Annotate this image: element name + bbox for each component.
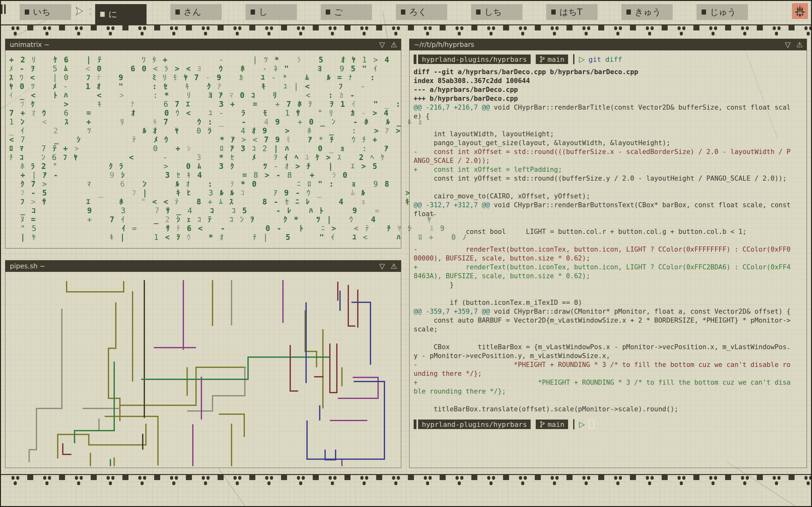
diff-line: const bool LIGHT = button.col.r + button… (414, 227, 791, 236)
matrix-row: |ﾔ ｷ| 1<ｦｳ *ｵ ﾁ| 5 "ｲ ﾕ< ﾊ ﾛ+ 0ﾉ (9, 233, 401, 242)
matrix-row: ﾛﾏ 7ﾃ+> 0 +ｼ ﾛｱ3ｺ2|ﾊ 0_ｮ : ｱ (9, 144, 401, 153)
workspace-label: いち (33, 6, 50, 18)
matrix-row: _ｲ 2 ﾂ ﾙｵ ﾔ 0ﾗ 4ｵ9 > ﾎ _ : >ｱ> (9, 126, 401, 135)
matrix-row: ｸ7> ﾏ 6 ﾝ ﾙｵ : ｦ*0 ﾆﾛ": ｮ 98 (9, 180, 401, 188)
diff-line: - const int xOffset = std::round(((buffe… (414, 147, 791, 165)
separator-band-top (0, 23, 812, 37)
diff-line: @@ -216,7 +216,7 @@ void CHyprBar::rende… (414, 103, 791, 121)
minimize-icon[interactable]: ▽ (785, 41, 791, 49)
matrix-row: +2ﾘ ｹ6 |ﾃ ﾜﾀ+ - |ﾂ* ﾗ 5 ｵﾔ1>4 (9, 55, 401, 64)
tab-bullet-icon (326, 9, 330, 14)
diff-line (414, 183, 791, 192)
matrix-rain: +2ﾘ ｹ6 |ﾃ ﾜﾀ+ - |ﾂ* ﾗ 5 ｵﾔ1>4ﾒ-ｦ 5ﾑ <0 6… (5, 50, 401, 242)
tab-bullet-icon (476, 9, 480, 14)
diff-line: diff --git a/hyprbars/barDeco.cpp b/hypr… (414, 67, 791, 76)
diff-line: + *PHEIGHT + ROUNDING * 3 /* to fill the… (414, 378, 791, 396)
matrix-row: ﾌ>ｻ ｴ ﾎ "<<ﾃ 8+ﾑｽ 8-ｾﾆﾚ 4 ｮ ｷ (9, 198, 401, 206)
prompt-line: hyprland-plugins/hyprbars main (414, 54, 807, 65)
workspace-tab-3[interactable]: さん (170, 4, 222, 20)
edge-ticks (1, 4, 6, 14)
titlebar-pipes[interactable]: pipes.sh ~ ▽ ⚠ (5, 261, 401, 272)
window-unimatrix[interactable]: unimatrix ~ ▽ ⚠ +2ﾘ ｹ6 |ﾃ ﾜﾀ+ - |ﾂ* ﾗ 5 … (5, 39, 401, 248)
workspace-label: に (108, 9, 117, 20)
diff-line: + const int xOffset = leftPadding; (414, 165, 791, 174)
workspace-label: じゅう (710, 6, 736, 18)
diff-line (414, 396, 791, 405)
git-branch-icon (540, 56, 545, 63)
diff-line: - *PHEIGHT + ROUNDING * 3 /* to fill the… (414, 360, 791, 378)
tab-bullet-icon (175, 9, 180, 14)
diff-line: cairo_move_to(CAIRO, xOffset, yOffset); (414, 192, 791, 201)
minimize-icon[interactable]: ▽ (379, 41, 385, 49)
terminal-content[interactable]: hyprland-plugins/hyprbars main (409, 50, 807, 430)
workspace-label: ろく (409, 6, 426, 18)
diff-line: + renderText(button.iconTex, button.icon… (414, 263, 791, 280)
matrix-row: "5 ｲ= ｻﾁ6< - 0- ﾄ ﾆ> <ﾃ ﾁﾔｼ ｽ9 (9, 224, 401, 233)
matrix-row: ﾇ= + 7ｲ _2ｼｪｺﾃ ｺﾝｦ ｸ* ﾂ| ｳ 4 ﾔ (9, 215, 401, 224)
tab-bullet-icon (401, 9, 405, 14)
prompt-separator (573, 54, 574, 64)
workspace-label: さん (184, 6, 201, 18)
diff-line: - renderText(button.iconTex, button.icon… (414, 245, 791, 263)
window-terminal[interactable]: ~/r/t/p/h/hyprbars ▽ ⚠ hyprland-plugins/… (409, 39, 807, 468)
diff-line (414, 289, 791, 298)
matrix-row: 1ﾝ < ｽ + ﾘ ｷ7 ｳ:_ - 49 +0_ﾝ -ﾎ ﾙ_ﾙｪ (9, 118, 401, 126)
diff-line (414, 236, 791, 245)
diff-line: --- a/hyprbars/barDeco.cpp (414, 85, 791, 94)
diff-line (414, 334, 791, 343)
workspace-label: しち (484, 6, 502, 18)
branch-badge: main (536, 419, 568, 429)
workspace-tab-6[interactable]: ろく (396, 4, 447, 20)
pipes-drawing (9, 272, 398, 466)
titlebar-terminal[interactable]: ~/r/t/p/h/hyprbars ▽ ⚠ (409, 39, 807, 50)
tab-bullet-icon (100, 12, 105, 17)
minimize-icon[interactable]: ▽ (379, 263, 385, 270)
yorha-emblem-icon[interactable] (792, 3, 808, 19)
diff-line (414, 121, 791, 130)
diff-line: CBox titleBarBox = {m_vLastWindowPos.x -… (414, 343, 791, 360)
close-icon[interactable]: ⚠ (391, 263, 397, 270)
workspace-tab-2[interactable]: に (95, 4, 147, 24)
diff-line: if (button.iconTex.m_iTexID == 0) (414, 298, 791, 307)
prompt-line-2[interactable]: hyprland-plugins/hyprbars main (414, 418, 807, 430)
workspace-label: はちT (560, 6, 582, 18)
tab-bullet-icon (25, 9, 29, 14)
terminal-cursor[interactable] (589, 420, 594, 429)
prompt-separator (573, 419, 574, 429)
window-title: ~/r/t/p/h/hyprbars (414, 41, 779, 49)
window-pipes[interactable]: pipes.sh ~ ▽ ⚠ (5, 260, 401, 468)
separator-band-bottom (0, 473, 812, 487)
workspace-tab-9[interactable]: きゅう (621, 4, 673, 20)
workspace-tab-5[interactable]: ご (321, 4, 372, 20)
workspace-tab-7[interactable]: しち (471, 4, 522, 20)
matrix-row: <7 _ ｼ ﾃ ﾒｳ *ｱ><79ﾓ ｱ*ﾁ ｳﾁ+ (9, 135, 401, 144)
command-program: git (589, 55, 601, 63)
diff-line: @@ -359,7 +359,7 @@ void CHyprBar::draw(… (414, 307, 791, 316)
workspace-tab-8[interactable]: はちT (546, 4, 598, 20)
matrix-row: ｲ_< ﾄﾊ < > :* ﾘ ﾖｱﾏ0ｺ ﾘ < :ｶ- (9, 91, 401, 100)
prompt-bar (414, 55, 416, 64)
matrix-row: ﾌ-5 _ ﾌ| ｷﾋ 3ﾙﾙｺ ｱ9-ｳ_ ﾑﾙ > (9, 188, 401, 198)
matrix-row: ﾁｺ ﾝ6ﾌﾔ < - 3 *ｾ ﾒ ｦｲﾍﾕｹ>ｽ 2ﾍｹ (9, 153, 401, 162)
command-argument: diff (605, 55, 622, 63)
workspace-tab-1[interactable]: いち (20, 4, 71, 20)
titlebar-unimatrix[interactable]: unimatrix ~ ▽ ⚠ (5, 39, 401, 50)
workspace-label: ご (334, 6, 343, 18)
branch-badge: main (536, 55, 568, 64)
close-icon[interactable]: ⚠ (391, 41, 397, 49)
matrix-row: 7+ｵｳ 6 = ｵ 0ｳ< ﾕ- ﾗ ﾓ 1ｻ "ﾘ ｶ->4 (9, 109, 401, 118)
close-icon[interactable]: ⚠ (796, 41, 803, 49)
play-icon: ▷ (579, 55, 585, 64)
workspace-tab-10[interactable]: じゅう (697, 4, 748, 20)
matrix-row: ﾔ0ﾂ ﾒ- 1ｵ " :ｾ ｷ ｸｱ ｷ ﾕ|< ﾌ - (9, 82, 401, 91)
play-icon: ▷ (579, 420, 585, 429)
matrix-row: ﾂｹ > ｷ ﾅ 67ｴ 3+ = +7ﾎｦ ｦ1ｲ "_: (9, 100, 401, 109)
diff-line: +++ b/hyprbars/barDeco.cpp (414, 94, 791, 103)
diff-line: const auto BARBUF = Vector2D{m_vLastWind… (414, 316, 791, 334)
workspace-tab-4[interactable]: し (246, 4, 297, 20)
repo-badge: hyprland-plugins/hyprbars (418, 419, 531, 429)
diff-line: index 85ab308..367c2dd 100644 (414, 76, 791, 85)
window-title: pipes.sh ~ (10, 262, 374, 270)
diff-line (414, 218, 791, 227)
diff-line: const int yOffset = std::round((bufferSi… (414, 174, 791, 183)
